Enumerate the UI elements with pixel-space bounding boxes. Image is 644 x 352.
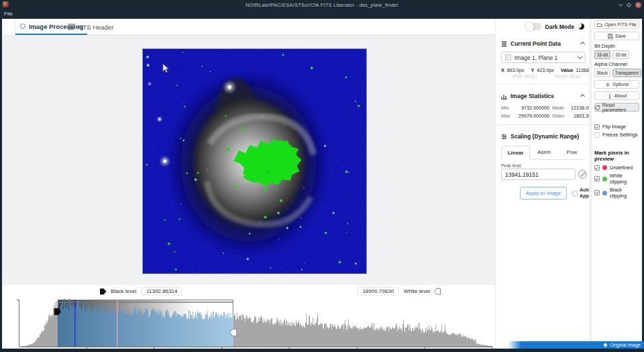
black-clipping-checkbox[interactable]: ✓ [594, 190, 600, 195]
peak-level-label: Peak level [496, 160, 591, 169]
sliders-icon [501, 134, 507, 140]
tab-asinh[interactable]: Asinh [530, 146, 557, 159]
alpha-channel-label: Alpha Channel [594, 61, 639, 67]
y-value: 423.0px [537, 67, 554, 73]
section-title: Current Point Data [511, 40, 578, 47]
status-label: Original Image [610, 343, 641, 347]
current-point-data-header[interactable]: Current Point Data [496, 36, 591, 50]
white-clipping-label: White clipping [610, 173, 639, 185]
peak-level-input[interactable]: 13941.19151 [501, 169, 576, 180]
height-note: Height 883px [555, 74, 582, 79]
list-icon [501, 41, 507, 47]
app-icon [3, 1, 9, 7]
reset-icon [595, 105, 600, 110]
about-button[interactable]: About [594, 91, 639, 100]
reset-parameters-button[interactable]: Reset parameters [594, 103, 639, 112]
collapse-icon[interactable] [580, 41, 585, 46]
tab-bar: Image Processing FITS Header [15, 19, 495, 35]
undefined-color-dot [602, 165, 607, 170]
save-button[interactable]: Save [594, 32, 639, 40]
image-statistics-header[interactable]: Image Statistics [496, 88, 591, 103]
alpha-transparent-button[interactable]: Transparent [612, 69, 641, 77]
histogram-canvas[interactable] [2, 298, 495, 349]
black-clipping-color-dot [602, 191, 607, 195]
white-clipping-checkbox[interactable]: ✓ [594, 176, 600, 181]
white-level-label: White level [404, 288, 430, 294]
title-bar: NOIRLab/IPAC/ESA/STScI/CfA FITS Liberato… [0, 0, 644, 9]
white-level-value[interactable]: 18900.79630 [358, 287, 398, 296]
plane-selector-value: Image 1, Plane 1 [515, 54, 575, 61]
auto-apply-checkbox[interactable] [572, 191, 578, 196]
menu-bar: File [0, 9, 644, 19]
stat-min: 9732.000000 [517, 105, 549, 111]
cursor-position-row: X863.0px Y423.0px Value11368.8 [496, 64, 591, 73]
image-icon [505, 54, 511, 60]
preview-image[interactable] [142, 48, 367, 274]
mark-pixels-title: Mark pixels in preview [594, 150, 639, 162]
bit-16-button[interactable]: 16-bit [594, 50, 610, 59]
undefined-label: Undefined [610, 165, 633, 171]
tab-fits-header[interactable]: FITS Header [64, 19, 117, 35]
apply-to-image-button[interactable]: Apply to Image [520, 187, 567, 200]
window-title: NOIRLab/IPAC/ESA/STScI/CfA FITS Liberato… [0, 2, 644, 8]
maximize-icon[interactable] [627, 2, 631, 7]
flip-image-checkbox[interactable]: ✓ [594, 124, 600, 130]
dark-mode-label: Dark Mode [545, 24, 574, 30]
options-button[interactable]: Options [594, 80, 639, 89]
table-icon [68, 24, 74, 30]
undefined-checkbox[interactable]: ✓ [594, 165, 600, 171]
width-note: Width 883px [512, 74, 537, 79]
dark-mode-control: Dark Mode [525, 23, 584, 30]
alpha-black-button[interactable]: Black [594, 69, 610, 77]
collapse-icon[interactable] [580, 93, 585, 98]
menu-file[interactable]: File [4, 11, 13, 17]
chevron-down-icon [578, 54, 582, 58]
black-clipping-label: Black clipping [610, 187, 639, 199]
black-level-marker-icon[interactable] [100, 288, 107, 295]
peak-picker-button[interactable] [578, 170, 587, 179]
scaling-header[interactable]: Scaling (Dynamic Range) [496, 128, 591, 143]
close-icon[interactable]: × [635, 2, 641, 8]
processing-panel: Dark Mode Current Point Data Image 1, Pl… [495, 19, 591, 349]
histogram-panel [2, 298, 495, 349]
freeze-settings-checkbox[interactable] [594, 132, 600, 138]
x-value: 863.0px [507, 67, 525, 73]
stat-max: 29979.000000 [517, 113, 549, 119]
statistics-grid: Min9732.000000 Mean12138.000000 Max29979… [496, 103, 591, 121]
bit-depth-label: Bit Depth [594, 43, 639, 49]
dark-mode-toggle[interactable] [525, 23, 541, 30]
minimize-icon[interactable] [619, 1, 623, 6]
black-level-value[interactable]: 11392.86314 [142, 287, 182, 296]
freeze-settings-label: Freeze Settings [602, 132, 638, 138]
folder-icon [597, 22, 602, 28]
bit-32-button[interactable]: 32-bit [612, 50, 629, 59]
sun-icon [19, 23, 26, 30]
app-window: NOIRLab/IPAC/ESA/STScI/CfA FITS Liberato… [0, 0, 644, 352]
info-icon [607, 93, 612, 99]
levels-row: Black level 11392.86314 18900.79630 Whit… [2, 285, 495, 298]
moon-icon [578, 24, 584, 30]
flip-image-label: Flip Image [602, 124, 626, 130]
image-size-row: Width 883px Height 883px [496, 73, 591, 81]
eyedropper-icon [580, 172, 586, 177]
status-bar: Original Image [508, 341, 644, 349]
black-level-label: Black level [111, 288, 136, 294]
gear-icon [605, 82, 610, 87]
bar-chart-icon [501, 93, 507, 99]
tab-linear[interactable]: Linear [501, 146, 530, 160]
preview-area [2, 35, 495, 285]
tab-pow[interactable]: Pow [558, 146, 586, 159]
section-title: Image Statistics [511, 93, 578, 99]
tab-separator [60, 22, 60, 32]
plane-selector[interactable]: Image 1, Plane 1 [501, 52, 586, 63]
window-bottom-border [0, 349, 644, 352]
drop-icon [603, 343, 608, 347]
save-icon [608, 34, 613, 39]
scaling-tabs: Linear Asinh Pow [501, 146, 586, 160]
section-title: Scaling (Dynamic Range) [511, 133, 586, 140]
file-actions-panel: Open FITS File Save Bit Depth 16-bit 32-… [591, 19, 642, 349]
white-level-marker-icon[interactable] [434, 288, 441, 295]
white-clipping-color-dot [602, 177, 607, 181]
open-fits-file-button[interactable]: Open FITS File [594, 20, 639, 29]
